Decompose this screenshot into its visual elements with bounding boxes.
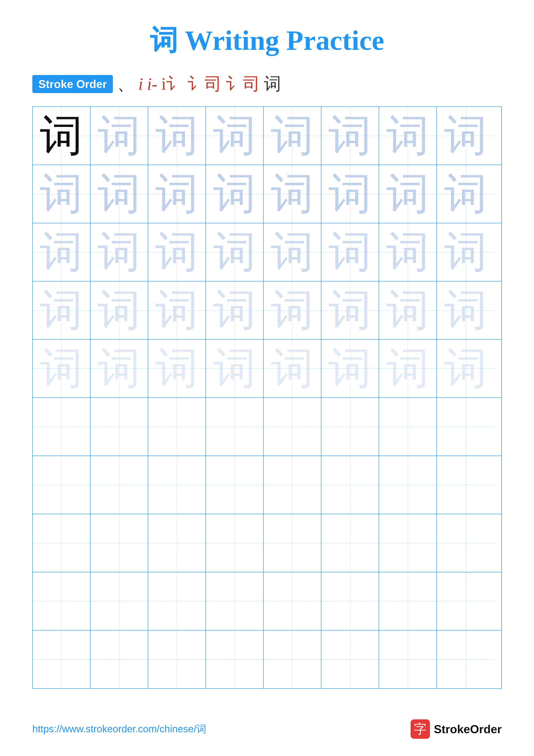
grid-cell[interactable]: 词 bbox=[437, 339, 495, 397]
grid-cell[interactable]: 词 bbox=[33, 223, 90, 281]
grid-cell[interactable]: 词 bbox=[148, 282, 206, 339]
grid-cell-empty[interactable] bbox=[148, 631, 206, 688]
grid-cell-empty[interactable] bbox=[33, 456, 90, 514]
grid-cell-empty[interactable] bbox=[206, 514, 264, 572]
grid-cell[interactable]: 词 bbox=[321, 339, 379, 397]
footer-url[interactable]: https://www.strokeorder.com/chinese/词 bbox=[32, 722, 206, 736]
grid-cell-empty[interactable] bbox=[90, 398, 148, 456]
grid-cell-empty[interactable] bbox=[264, 398, 321, 456]
character-guide: 词 bbox=[40, 347, 83, 390]
grid-cell-empty[interactable] bbox=[437, 456, 495, 514]
grid-cell-empty[interactable] bbox=[379, 572, 437, 630]
grid-cell-empty[interactable] bbox=[33, 631, 90, 688]
character-guide: 词 bbox=[328, 230, 371, 274]
grid-cell-empty[interactable] bbox=[437, 398, 495, 456]
grid-cell-empty[interactable] bbox=[321, 572, 379, 630]
character-guide: 词 bbox=[328, 347, 371, 390]
grid-cell-empty[interactable] bbox=[264, 631, 321, 688]
grid-cell[interactable]: 词 bbox=[148, 223, 206, 281]
grid-row-empty bbox=[33, 572, 501, 631]
grid-cell[interactable]: 词 bbox=[148, 165, 206, 223]
grid-cell-empty[interactable] bbox=[379, 456, 437, 514]
footer: https://www.strokeorder.com/chinese/词 字 … bbox=[0, 719, 534, 739]
grid-cell[interactable]: 词 bbox=[148, 107, 206, 165]
character-guide: 词 bbox=[98, 114, 141, 157]
character-guide: 词 bbox=[213, 173, 256, 216]
grid-cell-empty[interactable] bbox=[321, 631, 379, 688]
grid-cell[interactable]: 词 bbox=[437, 107, 495, 165]
grid-cell-empty[interactable] bbox=[379, 514, 437, 572]
grid-cell[interactable]: 词 bbox=[33, 339, 90, 397]
character-guide: 词 bbox=[155, 173, 198, 216]
grid-cell[interactable]: 词 bbox=[321, 107, 379, 165]
grid-cell-empty[interactable] bbox=[206, 572, 264, 630]
grid-cell-empty[interactable] bbox=[148, 398, 206, 456]
grid-cell[interactable]: 词 bbox=[437, 282, 495, 339]
character-guide: 词 bbox=[444, 347, 487, 390]
grid-cell-empty[interactable] bbox=[206, 398, 264, 456]
grid-cell[interactable]: 词 bbox=[33, 282, 90, 339]
grid-cell[interactable]: 词 bbox=[379, 223, 437, 281]
grid-cell[interactable]: 词 bbox=[321, 223, 379, 281]
grid-cell[interactable]: 词 bbox=[321, 165, 379, 223]
grid-cell[interactable]: 词 bbox=[437, 223, 495, 281]
grid-cell-empty[interactable] bbox=[437, 631, 495, 688]
grid-cell[interactable]: 词 bbox=[206, 223, 264, 281]
grid-cell-empty[interactable] bbox=[379, 398, 437, 456]
grid-row: 词 词 词 词 词 词 词 词 bbox=[33, 165, 501, 223]
grid-cell[interactable]: 词 bbox=[90, 107, 148, 165]
grid-cell[interactable]: 词 bbox=[264, 223, 321, 281]
grid-cell[interactable]: 词 bbox=[33, 165, 90, 223]
grid-cell[interactable]: 词 bbox=[264, 107, 321, 165]
character-guide: 词 bbox=[40, 173, 83, 216]
grid-cell[interactable]: 词 bbox=[206, 282, 264, 339]
grid-cell-empty[interactable] bbox=[264, 514, 321, 572]
grid-row-empty bbox=[33, 398, 501, 456]
grid-cell[interactable]: 词 bbox=[206, 107, 264, 165]
grid-cell-empty[interactable] bbox=[90, 456, 148, 514]
grid-cell[interactable]: 词 bbox=[264, 282, 321, 339]
grid-cell-empty[interactable] bbox=[90, 631, 148, 688]
grid-cell-empty[interactable] bbox=[437, 572, 495, 630]
grid-cell-empty[interactable] bbox=[90, 514, 148, 572]
grid-cell-empty[interactable] bbox=[264, 572, 321, 630]
grid-cell[interactable]: 词 bbox=[321, 282, 379, 339]
grid-cell[interactable]: 词 bbox=[33, 107, 90, 165]
grid-cell[interactable]: 词 bbox=[379, 339, 437, 397]
grid-cell[interactable]: 词 bbox=[437, 165, 495, 223]
grid-cell-empty[interactable] bbox=[148, 456, 206, 514]
grid-cell[interactable]: 词 bbox=[90, 165, 148, 223]
grid-cell[interactable]: 词 bbox=[206, 339, 264, 397]
grid-cell-empty[interactable] bbox=[206, 456, 264, 514]
stroke-steps: 、 i i- i讠 讠司 讠司 词 bbox=[117, 72, 281, 96]
grid-cell[interactable]: 词 bbox=[264, 165, 321, 223]
grid-cell-empty[interactable] bbox=[437, 514, 495, 572]
grid-cell-empty[interactable] bbox=[206, 631, 264, 688]
grid-cell[interactable]: 词 bbox=[379, 107, 437, 165]
grid-cell[interactable]: 词 bbox=[90, 223, 148, 281]
grid-cell-empty[interactable] bbox=[90, 572, 148, 630]
grid-cell[interactable]: 词 bbox=[90, 282, 148, 339]
grid-cell-empty[interactable] bbox=[321, 456, 379, 514]
grid-cell-empty[interactable] bbox=[321, 514, 379, 572]
grid-cell[interactable]: 词 bbox=[90, 339, 148, 397]
grid-cell[interactable]: 词 bbox=[206, 165, 264, 223]
character-guide: 词 bbox=[155, 347, 198, 390]
character-guide: 词 bbox=[213, 114, 256, 157]
grid-cell-empty[interactable] bbox=[148, 572, 206, 630]
grid-row-empty bbox=[33, 456, 501, 514]
grid-cell-empty[interactable] bbox=[264, 456, 321, 514]
grid-row: 词 词 词 词 词 词 词 词 bbox=[33, 282, 501, 339]
grid-cell[interactable]: 词 bbox=[148, 339, 206, 397]
grid-cell-empty[interactable] bbox=[33, 514, 90, 572]
grid-cell[interactable]: 词 bbox=[379, 165, 437, 223]
grid-cell[interactable]: 词 bbox=[379, 282, 437, 339]
grid-cell-empty[interactable] bbox=[379, 631, 437, 688]
grid-cell[interactable]: 词 bbox=[264, 339, 321, 397]
grid-cell-empty[interactable] bbox=[321, 398, 379, 456]
grid-cell-empty[interactable] bbox=[33, 398, 90, 456]
grid-cell-empty[interactable] bbox=[33, 572, 90, 630]
grid-cell-empty[interactable] bbox=[148, 514, 206, 572]
character-guide: 词 bbox=[40, 289, 83, 332]
character-guide: 词 bbox=[444, 289, 487, 332]
